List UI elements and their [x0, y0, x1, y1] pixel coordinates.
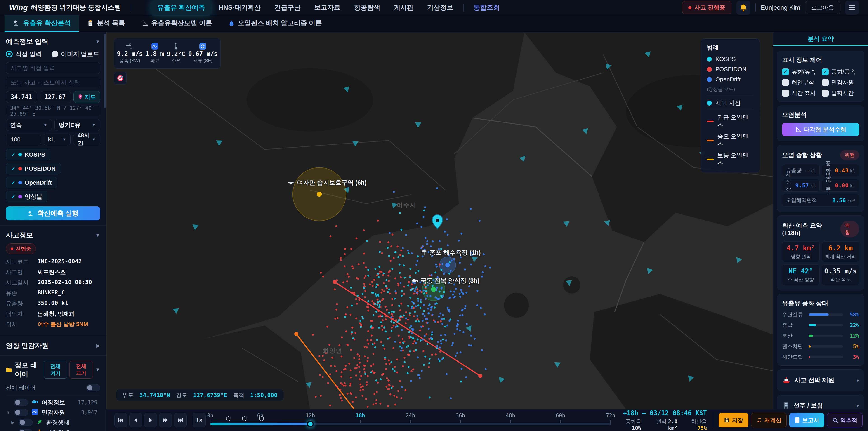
longitude-input[interactable]: [40, 91, 71, 103]
recalculate-button[interactable]: 재계산: [751, 413, 786, 427]
tab-analysis-list[interactable]: 분석 목록: [79, 16, 133, 32]
bar-coast-reached: 해안도달 3%: [782, 353, 859, 361]
chevron-down-icon[interactable]: ▼: [95, 232, 100, 238]
current-arrow-icon: [471, 256, 478, 263]
model-color-dot: [18, 167, 22, 171]
tab-diffusion-analysis[interactable]: 유출유 확산분석: [4, 16, 79, 32]
step-back-button[interactable]: [129, 413, 142, 427]
model-chip-ensemble[interactable]: ✓ 앙상블: [6, 191, 48, 202]
skip-start-button[interactable]: [114, 413, 127, 427]
layer-toggle[interactable]: [14, 399, 28, 406]
checkbox-coast-adhesion[interactable]: ✓해안부착: [782, 79, 819, 86]
layer-toggle[interactable]: [14, 409, 28, 416]
layer-toggle[interactable]: [19, 419, 33, 426]
play-button[interactable]: [144, 413, 157, 427]
bar-surface-remaining: 수면잔류 58%: [782, 311, 859, 318]
menu-button[interactable]: [845, 1, 859, 15]
checkbox-sensitive-resources[interactable]: ✓민감자원: [822, 79, 860, 86]
run-forecast-button[interactable]: 확산예측 실행: [6, 206, 100, 220]
playback-speed-button[interactable]: 1×: [193, 413, 206, 427]
layer-toggle[interactable]: [19, 429, 33, 431]
incident-name-input[interactable]: [6, 62, 100, 74]
legend-dot: [707, 67, 712, 72]
layer-row-fishery-info[interactable]: 어장정보 17,129: [6, 398, 100, 407]
nav-hns-air-diffusion[interactable]: HNS·대기확산: [213, 0, 267, 16]
current-arrow-icon: [582, 128, 590, 135]
fence-marker-shield-icon[interactable]: [259, 416, 264, 422]
droplet-icon: [228, 20, 235, 27]
notifications-button[interactable]: [737, 1, 750, 15]
nav-reports[interactable]: 보고자료: [308, 0, 346, 16]
oil-type-select[interactable]: 벙커C유 ▼: [55, 119, 100, 131]
chevron-down-icon[interactable]: ▼: [95, 367, 100, 373]
nav-board[interactable]: 게시판: [388, 0, 419, 16]
all-layers-toggle[interactable]: [86, 384, 100, 392]
impact-resources-section[interactable]: 영향 민감자원 ▶: [0, 336, 106, 356]
latitude-input[interactable]: [6, 91, 37, 103]
nav-oil-spill-forecast[interactable]: 유출유 확산예측: [151, 0, 211, 16]
tab-diffusion-model-theory[interactable]: 유출유확산모델 이론: [133, 16, 220, 32]
nav-integrated-search[interactable]: 통합조회: [468, 0, 506, 16]
radio-image-upload[interactable]: 이미지 업로드: [52, 50, 99, 58]
map-area[interactable]: 여수시 화양면 여자만 습지보호구역 (6h) 종포 해수욕장 (1h) 국동 …: [106, 32, 773, 409]
nav-weather-info[interactable]: 기상정보: [421, 0, 459, 16]
model-chip-opendrift[interactable]: ✓ OpenDrift: [6, 177, 57, 188]
model-chip-poseidon[interactable]: ✓ POSEIDON: [6, 163, 61, 174]
current-arrow-icon: [466, 326, 473, 333]
polygon-analysis-button[interactable]: 다각형 분석수행: [782, 123, 859, 136]
spill-type-select[interactable]: 연속 ▼: [6, 119, 52, 131]
tab-analysis-summary[interactable]: 분석 요약: [773, 32, 868, 46]
expander-closed-icon[interactable]: ▶: [10, 430, 16, 431]
expander-open-icon[interactable]: ▼: [6, 410, 11, 415]
layers-all-on-button[interactable]: 전체 켜기: [43, 361, 67, 378]
fence-marker-shield-icon[interactable]: [226, 416, 231, 422]
model-chip-kosps[interactable]: ✓ KOSPS: [6, 149, 51, 160]
document-icon: [795, 417, 800, 423]
logout-button[interactable]: 로그아웃: [805, 1, 840, 14]
layers-all-off-button[interactable]: 전체 끄기: [69, 361, 93, 378]
annotation-wetland-protected-area: 여자만 습지보호구역 (6h): [287, 179, 367, 187]
chevron-down-icon[interactable]: ▼: [95, 39, 100, 45]
amount-input[interactable]: [6, 133, 41, 145]
report-button[interactable]: 보고서: [789, 413, 825, 427]
duration-select[interactable]: 48시간 ▼: [73, 133, 100, 145]
checkbox-datetime[interactable]: ✓날짜시간: [822, 89, 860, 97]
vessel-spec-card[interactable]: 사고 선박 제원 ▸: [777, 369, 864, 391]
hamburger-icon: [848, 4, 855, 11]
nav-emergency-rescue[interactable]: 긴급구난: [269, 0, 307, 16]
ship-icon: [782, 376, 791, 384]
fast-forward-button[interactable]: [159, 413, 172, 427]
tick-label: 0h: [207, 412, 213, 418]
sidebar-scrollbar[interactable]: [104, 34, 105, 109]
recenter-button[interactable]: [114, 72, 127, 85]
layer-row-socio-economy[interactable]: ▶ $ 사회경제: [6, 427, 100, 431]
radio-direct-input[interactable]: 직접 입력: [6, 50, 41, 58]
unit-select[interactable]: kL ▼: [43, 133, 70, 145]
timeline-handle[interactable]: [307, 421, 314, 427]
danger-badge: 위험: [840, 150, 859, 160]
tab-oil-fence-algorithm-theory[interactable]: 오일펜스 배치 알고리즘 이론: [220, 16, 330, 32]
skip-end-button[interactable]: [174, 413, 187, 427]
tick-label: 48h: [506, 412, 515, 418]
pick-on-map-button[interactable]: 지도: [73, 91, 100, 103]
fence-marker-shield-icon[interactable]: [242, 416, 247, 422]
checkbox-current-dir[interactable]: ✓유향/유속: [782, 68, 819, 75]
backtrace-button[interactable]: 역추적: [827, 413, 863, 427]
check-icon: ✓: [11, 151, 16, 158]
current-arrow-icon: [173, 308, 180, 314]
layer-row-env-ecology[interactable]: ▶ 환경생태: [6, 418, 100, 427]
legend-fence-important: 중요 오일펜스: [707, 132, 754, 148]
nav-aerial-search[interactable]: 항공탐색: [348, 0, 386, 16]
incident-list-input[interactable]: [6, 76, 100, 88]
current-arrow-icon: [563, 221, 570, 227]
checkbox-time-display[interactable]: ✓시간 표시: [782, 89, 819, 97]
current-arrow-icon: [352, 141, 359, 147]
save-button[interactable]: 저장: [719, 413, 748, 427]
checkbox-wind-dir[interactable]: ✓풍향/풍속: [822, 68, 860, 75]
current-arrow-icon: [216, 140, 222, 146]
header-right: 사고 진행중 Eunjeong Kim 로그아웃: [682, 1, 859, 15]
layer-row-sensitive-resources[interactable]: ▼ 민감자원 3,947: [6, 407, 100, 418]
expander-closed-icon[interactable]: ▶: [10, 420, 16, 425]
timeline-ruler[interactable]: 0h 6h 12h 18h 24h 36h 48h 60h 72h: [210, 409, 611, 431]
chevron-right-icon[interactable]: ▶: [96, 343, 100, 349]
